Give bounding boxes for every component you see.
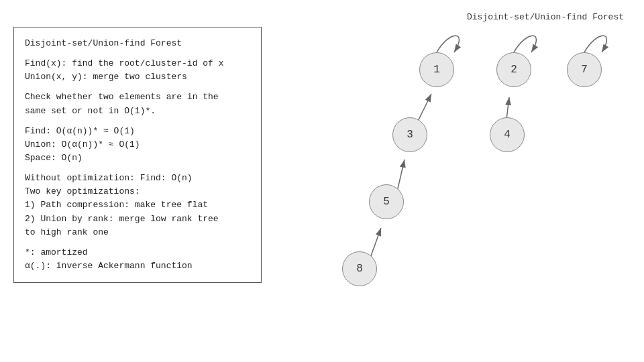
panel-heading: Disjoint-set/Union-find Forest	[25, 37, 250, 50]
node-5: 5	[369, 184, 404, 219]
self-loop-7	[584, 36, 606, 52]
node-8: 8	[342, 251, 377, 286]
self-loop-1	[437, 36, 459, 52]
self-loop-2	[514, 36, 536, 52]
graph-area: 1 2 7 3 4 5 8	[288, 27, 631, 349]
node-1: 1	[419, 52, 454, 87]
panel-find-union: Find(x): find the root/cluster-id of x U…	[25, 57, 250, 84]
node-4: 4	[490, 117, 525, 152]
node-2: 2	[496, 52, 531, 87]
page-title: Disjoint-set/Union-find Forest	[467, 12, 624, 22]
node-7: 7	[567, 52, 602, 87]
node-3: 3	[392, 117, 427, 152]
panel-footnotes: *: amortized α(.): inverse Ackermann fun…	[25, 246, 250, 273]
text-panel: Disjoint-set/Union-find Forest Find(x): …	[13, 27, 262, 283]
panel-complexity: Find: O(α(n))* ≈ O(1) Union: O(α(n))* ≈ …	[25, 125, 250, 165]
panel-optimization: Without optimization: Find: O(n) Two key…	[25, 172, 250, 239]
panel-check: Check whether two elements are in the sa…	[25, 90, 250, 117]
